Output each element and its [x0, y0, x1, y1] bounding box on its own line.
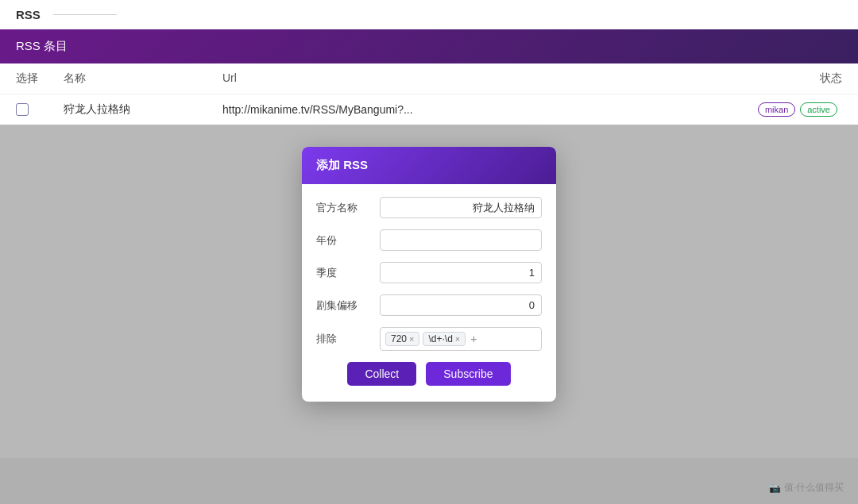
row-url: http://mikanime.tv/RSS/MyBangumi?... — [222, 103, 747, 116]
input-episode-offset[interactable] — [380, 294, 542, 316]
app-title: RSS — [16, 8, 41, 21]
col-url: Url — [222, 71, 747, 86]
input-official-name[interactable] — [380, 197, 542, 218]
row-status: mikan active — [747, 102, 842, 117]
add-rss-modal: 添加 RSS 官方名称 年份 季度 剧集偏移 排除 720 — [302, 147, 556, 402]
field-episode-offset: 剧集偏移 — [316, 294, 542, 316]
field-official-name: 官方名称 — [316, 197, 542, 218]
tag-regex-text: \d+·\d — [428, 333, 452, 344]
col-select: 选择 — [16, 71, 64, 86]
label-exclude: 排除 — [316, 332, 372, 346]
row-name: 狩龙人拉格纳 — [64, 102, 222, 117]
input-year[interactable] — [380, 229, 542, 251]
watermark-text: 值·什么值得买 — [784, 481, 844, 494]
watermark-icon: 📷 — [769, 483, 781, 494]
section-header: RSS 条目 — [0, 29, 858, 63]
top-bar: RSS — [0, 0, 858, 29]
col-status: 状态 — [747, 71, 842, 86]
field-season: 季度 — [316, 262, 542, 283]
subscribe-button[interactable]: Subscribe — [426, 362, 510, 386]
table-header: 选择 名称 Url 状态 — [0, 63, 858, 94]
tag-regex[interactable]: \d+·\d × — [423, 332, 466, 346]
label-season: 季度 — [316, 266, 372, 280]
tag-720-text: 720 — [391, 333, 407, 344]
label-year: 年份 — [316, 233, 372, 248]
modal-title: 添加 RSS — [316, 158, 368, 171]
row-checkbox-cell[interactable] — [16, 103, 64, 116]
input-season[interactable] — [380, 262, 542, 283]
badge-active: active — [800, 102, 837, 117]
col-name: 名称 — [64, 71, 222, 86]
badge-mikan: mikan — [758, 102, 795, 117]
tag-regex-close[interactable]: × — [455, 334, 460, 344]
watermark: 📷 值·什么值得买 — [769, 481, 844, 494]
field-year: 年份 — [316, 229, 542, 251]
tag-720-close[interactable]: × — [409, 334, 414, 344]
label-official-name: 官方名称 — [316, 201, 372, 215]
tag-720[interactable]: 720 × — [385, 332, 419, 346]
title-divider — [53, 14, 117, 15]
section-title: RSS 条目 — [16, 39, 68, 52]
tags-input[interactable]: 720 × \d+·\d × + — [380, 327, 542, 351]
field-exclude: 排除 720 × \d+·\d × + — [316, 327, 542, 351]
modal-footer: Collect Subscribe — [316, 362, 542, 386]
add-tag-button[interactable]: + — [469, 333, 478, 345]
label-episode-offset: 剧集偏移 — [316, 298, 372, 313]
row-checkbox[interactable] — [16, 103, 29, 116]
modal-header: 添加 RSS — [302, 147, 556, 184]
modal-body: 官方名称 年份 季度 剧集偏移 排除 720 × — [302, 184, 556, 402]
collect-button[interactable]: Collect — [347, 362, 416, 386]
table-row: 狩龙人拉格纳 http://mikanime.tv/RSS/MyBangumi?… — [0, 94, 858, 125]
